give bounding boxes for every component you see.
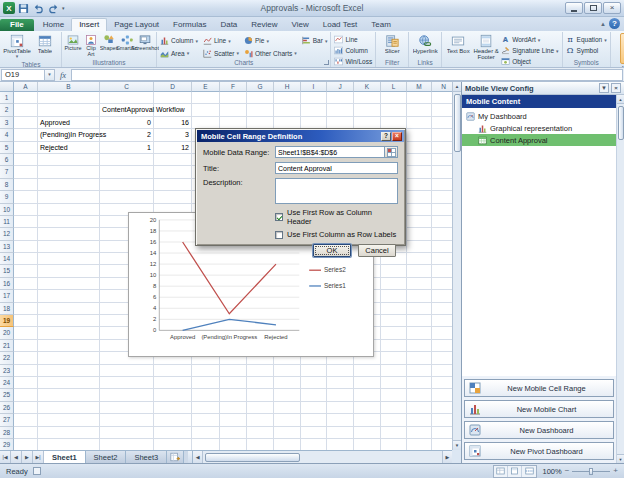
column-header-D[interactable]: D (154, 82, 192, 92)
zoom-out-icon[interactable]: − (565, 467, 570, 475)
cell-C4[interactable]: 2 (100, 129, 154, 141)
sheet-tab-sheet1[interactable]: Sheet1 (44, 451, 86, 463)
cell-A7[interactable] (14, 166, 38, 178)
cell-G26[interactable] (247, 402, 274, 414)
sheet-tab-sheet2[interactable]: Sheet2 (86, 451, 127, 463)
cell-B16[interactable] (38, 278, 100, 290)
normal-view-icon[interactable] (494, 466, 508, 477)
cell-B24[interactable] (38, 377, 100, 389)
cell-C8[interactable] (100, 179, 154, 191)
insert-function-icon[interactable]: fx (55, 70, 71, 80)
cell-C23[interactable] (100, 365, 154, 377)
cell-N20[interactable] (432, 327, 452, 339)
cell-M2[interactable] (407, 104, 432, 116)
cell-M6[interactable] (407, 154, 432, 166)
cell-L17[interactable] (381, 290, 407, 302)
cell-N5[interactable] (432, 142, 452, 154)
cell-N8[interactable] (432, 179, 452, 191)
row-header-6[interactable]: 6 (0, 154, 14, 166)
cell-G25[interactable] (247, 389, 274, 401)
row-header-23[interactable]: 23 (0, 365, 14, 377)
cell-A15[interactable] (14, 265, 38, 277)
cell-D3[interactable]: 16 (154, 117, 192, 129)
row-header-24[interactable]: 24 (0, 377, 14, 389)
cell-F29[interactable] (220, 439, 247, 450)
chart-pie-button[interactable]: Pie▾ (244, 36, 297, 45)
cell-F23[interactable] (220, 365, 247, 377)
text-box-button[interactable]: Text Box (445, 33, 471, 54)
cell-M26[interactable] (407, 402, 432, 414)
cell-C2[interactable]: ContentApproval (100, 104, 154, 116)
cell-A26[interactable] (14, 402, 38, 414)
cell-B28[interactable] (38, 427, 100, 439)
column-header-C[interactable]: C (100, 82, 154, 92)
cell-B26[interactable] (38, 402, 100, 414)
first-column-labels-checkbox[interactable]: Use First Column as Row Labels (275, 230, 398, 239)
cell-G2[interactable] (247, 104, 274, 116)
tab-insert[interactable]: Insert (71, 18, 107, 31)
row-header-13[interactable]: 13 (0, 241, 14, 253)
cell-G1[interactable] (247, 92, 274, 104)
close-button[interactable]: × (603, 2, 621, 14)
insert-worksheet-button[interactable] (167, 451, 184, 463)
row-header-20[interactable]: 20 (0, 327, 14, 339)
cell-N15[interactable] (432, 265, 452, 277)
cell-M23[interactable] (407, 365, 432, 377)
cell-D27[interactable] (154, 414, 192, 426)
slicer-button[interactable]: Slicer (379, 33, 405, 54)
first-row-header-checkbox[interactable]: Use First Row as Column Header (275, 208, 398, 226)
name-box[interactable]: O19 (1, 69, 45, 81)
cell-B1[interactable] (38, 92, 100, 104)
cell-A3[interactable] (14, 117, 38, 129)
cell-E28[interactable] (192, 427, 220, 439)
cell-N1[interactable] (432, 92, 452, 104)
object-button[interactable]: Object (501, 57, 558, 66)
cell-D1[interactable] (154, 92, 192, 104)
tab-view[interactable]: View (285, 19, 316, 31)
cell-A5[interactable] (14, 142, 38, 154)
sparkline-line-button[interactable]: Line (334, 35, 357, 44)
cell-N9[interactable] (432, 191, 452, 203)
cell-N19[interactable] (432, 315, 452, 327)
signature-line-button[interactable]: Signature Line▾ (501, 46, 558, 55)
cell-N26[interactable] (432, 402, 452, 414)
cell-E24[interactable] (192, 377, 220, 389)
row-header-1[interactable]: 1 (0, 92, 14, 104)
cell-J28[interactable] (327, 427, 354, 439)
hyperlink-button[interactable]: Hyperlink (412, 33, 438, 54)
column-header-M[interactable]: M (407, 82, 432, 92)
column-header-H[interactable]: H (274, 82, 301, 92)
cell-B6[interactable] (38, 154, 100, 166)
column-header-L[interactable]: L (381, 82, 407, 92)
cell-N2[interactable] (432, 104, 452, 116)
cell-M14[interactable] (407, 253, 432, 265)
cell-N12[interactable] (432, 228, 452, 240)
cell-L15[interactable] (381, 265, 407, 277)
cell-M25[interactable] (407, 389, 432, 401)
cell-I24[interactable] (301, 377, 327, 389)
zoom-in-icon[interactable]: + (613, 467, 618, 475)
cell-A24[interactable] (14, 377, 38, 389)
equation-button[interactable]: π Equation▾ (566, 35, 607, 44)
cell-M5[interactable] (407, 142, 432, 154)
cell-N29[interactable] (432, 439, 452, 450)
cell-D2[interactable]: Workflow (154, 104, 192, 116)
cell-B2[interactable] (38, 104, 100, 116)
charts-dialog-launcher-icon[interactable] (324, 60, 329, 65)
cell-C6[interactable] (100, 154, 154, 166)
dialog-close-icon[interactable]: × (392, 132, 402, 141)
row-header-25[interactable]: 25 (0, 389, 14, 401)
scroll-down-icon[interactable]: ▼ (453, 440, 461, 450)
cell-L21[interactable] (381, 340, 407, 352)
cell-B10[interactable] (38, 204, 100, 216)
cell-J24[interactable] (327, 377, 354, 389)
row-header-15[interactable]: 15 (0, 265, 14, 277)
row-header-29[interactable]: 29 (0, 439, 14, 450)
cell-I23[interactable] (301, 365, 327, 377)
cell-B9[interactable] (38, 191, 100, 203)
cell-M24[interactable] (407, 377, 432, 389)
column-header-G[interactable]: G (247, 82, 274, 92)
cell-M11[interactable] (407, 216, 432, 228)
sparkline-winloss-button[interactable]: Win/Loss (334, 57, 372, 66)
cell-J26[interactable] (327, 402, 354, 414)
